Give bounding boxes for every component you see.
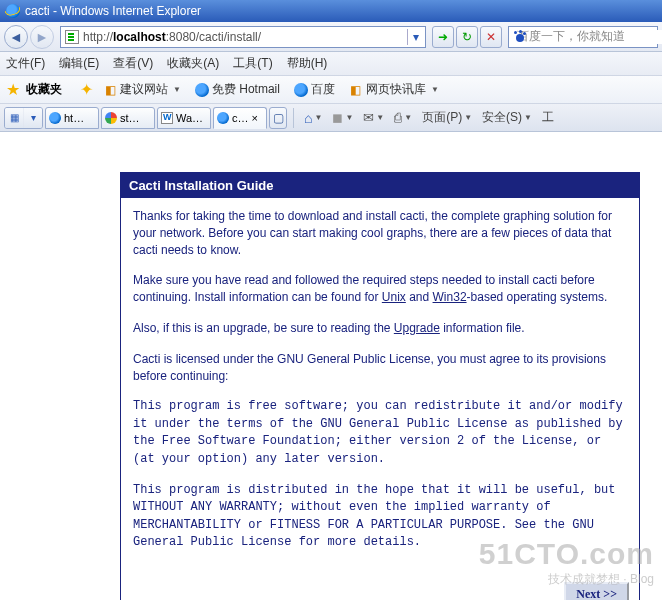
tab-4-active[interactable]: c… × <box>213 107 267 129</box>
page-content: Cacti Installation Guide Thanks for taki… <box>0 132 662 600</box>
ie-icon <box>6 4 20 18</box>
forward-button[interactable]: ► <box>30 25 54 49</box>
new-tab-button[interactable]: ▢ <box>269 107 287 129</box>
license-paragraph: Cacti is licensed under the GNU General … <box>133 351 627 385</box>
hotmail-label: 免费 Hotmail <box>212 81 280 98</box>
gpl-text-2: This program is distributed in the hope … <box>133 482 627 552</box>
tab-1[interactable]: ht… <box>45 107 99 129</box>
star-icon[interactable]: ★ <box>6 80 20 99</box>
suggested-sites-link[interactable]: ◧ 建议网站▼ <box>99 79 185 100</box>
suggested-label: 建议网站 <box>120 81 168 98</box>
hotmail-icon <box>195 83 209 97</box>
cacti-install-panel: Cacti Installation Guide Thanks for taki… <box>120 172 640 600</box>
webslice-icon: ◧ <box>349 83 363 97</box>
home-icon: ⌂ <box>304 110 312 126</box>
print-icon: ⎙ <box>394 110 402 125</box>
cacti-title: Cacti Installation Guide <box>121 173 639 198</box>
webslice-label: 网页快讯库 <box>366 81 426 98</box>
tools-menu-cut[interactable]: 工 <box>538 107 558 129</box>
menu-help[interactable]: 帮助(H) <box>287 55 328 72</box>
mail-icon: ✉ <box>363 110 374 125</box>
tab4-label: c… × <box>232 112 258 124</box>
print-button[interactable]: ⎙▼ <box>390 107 416 129</box>
feeds-button[interactable]: ◼▼ <box>328 107 357 129</box>
hotmail-link[interactable]: 免费 Hotmail <box>191 79 284 100</box>
chevron-down-icon: ▼ <box>173 85 181 94</box>
tab1-icon <box>49 112 61 124</box>
safety-label: 安全(S) <box>482 109 522 126</box>
menu-view[interactable]: 查看(V) <box>113 55 153 72</box>
url-path: :8080/cacti/install/ <box>166 30 261 44</box>
baidu-fav-icon <box>294 83 308 97</box>
back-button[interactable]: ◄ <box>4 25 28 49</box>
tab2-icon <box>105 112 117 124</box>
webslice-link[interactable]: ◧ 网页快讯库▼ <box>345 79 443 100</box>
tab-3[interactable]: Wa… <box>157 107 211 129</box>
mail-button[interactable]: ✉▼ <box>359 107 388 129</box>
menu-file[interactable]: 文件(F) <box>6 55 45 72</box>
url-host: localhost <box>113 30 166 44</box>
favorites-bar: ★ 收藏夹 ✦ ◧ 建议网站▼ 免费 Hotmail 百度 ◧ 网页快讯库▼ <box>0 76 662 104</box>
upgrade-link[interactable]: Upgrade <box>394 321 440 335</box>
favorites-label[interactable]: 收藏夹 <box>26 81 62 98</box>
suggested-icon: ◧ <box>103 83 117 97</box>
stop-button[interactable]: ✕ <box>480 26 502 48</box>
next-button[interactable]: Next >> <box>564 582 629 601</box>
page-icon <box>65 30 79 44</box>
window-title: cacti - Windows Internet Explorer <box>25 4 201 18</box>
prereq-paragraph: Make sure you have read and followed the… <box>133 272 627 306</box>
quick-tabs-group: ▦ ▾ <box>4 107 43 129</box>
cacti-body: Thanks for taking the time to download a… <box>121 198 639 576</box>
search-input[interactable] <box>517 30 662 44</box>
refresh-button[interactable]: ↻ <box>456 26 478 48</box>
upgrade-paragraph: Also, if this is an upgrade, be sure to … <box>133 320 627 337</box>
quick-tabs-dropdown[interactable]: ▾ <box>24 108 42 128</box>
add-fav-icon[interactable]: ✦ <box>80 80 93 99</box>
tab1-label: ht… <box>64 112 84 124</box>
tab2-label: st… <box>120 112 140 124</box>
safety-menu[interactable]: 安全(S)▼ <box>478 107 536 129</box>
nav-toolbar: ◄ ► http://localhost:8080/cacti/install/… <box>0 22 662 52</box>
tab3-label: Wa… <box>176 112 203 124</box>
cacti-footer: Next >> <box>121 576 639 601</box>
quick-tabs-button[interactable]: ▦ <box>5 108 23 128</box>
window-titlebar: cacti - Windows Internet Explorer <box>0 0 662 22</box>
menu-edit[interactable]: 编辑(E) <box>59 55 99 72</box>
tab-2[interactable]: st… <box>101 107 155 129</box>
home-button[interactable]: ⌂▼ <box>300 107 326 129</box>
tab3-icon <box>161 112 173 124</box>
address-bar[interactable]: http://localhost:8080/cacti/install/ ▾ <box>60 26 426 48</box>
tab4-icon <box>217 112 229 124</box>
page-menu[interactable]: 页面(P)▼ <box>418 107 476 129</box>
tab-bar: ▦ ▾ ht… st… Wa… c… × ▢ ⌂▼ ◼▼ ✉▼ ⎙▼ 页面(P)… <box>0 104 662 132</box>
separator <box>293 108 294 128</box>
search-box[interactable] <box>508 26 658 48</box>
gpl-text-1: This program is free software; you can r… <box>133 398 627 468</box>
baidu-label: 百度 <box>311 81 335 98</box>
intro-paragraph: Thanks for taking the time to download a… <box>133 208 627 258</box>
page-label: 页面(P) <box>422 109 462 126</box>
baidu-link[interactable]: 百度 <box>290 79 339 100</box>
menu-tools[interactable]: 工具(T) <box>233 55 272 72</box>
go-button[interactable]: ➜ <box>432 26 454 48</box>
feed-icon: ◼ <box>332 110 343 125</box>
win32-link[interactable]: Win32 <box>433 290 467 304</box>
tools-label: 工 <box>542 109 554 126</box>
address-dropdown[interactable]: ▾ <box>407 29 423 45</box>
chevron-down-icon: ▼ <box>431 85 439 94</box>
url-proto: http:// <box>83 30 113 44</box>
menu-bar: 文件(F) 编辑(E) 查看(V) 收藏夹(A) 工具(T) 帮助(H) <box>0 52 662 76</box>
unix-link[interactable]: Unix <box>382 290 406 304</box>
menu-favorites[interactable]: 收藏夹(A) <box>167 55 219 72</box>
